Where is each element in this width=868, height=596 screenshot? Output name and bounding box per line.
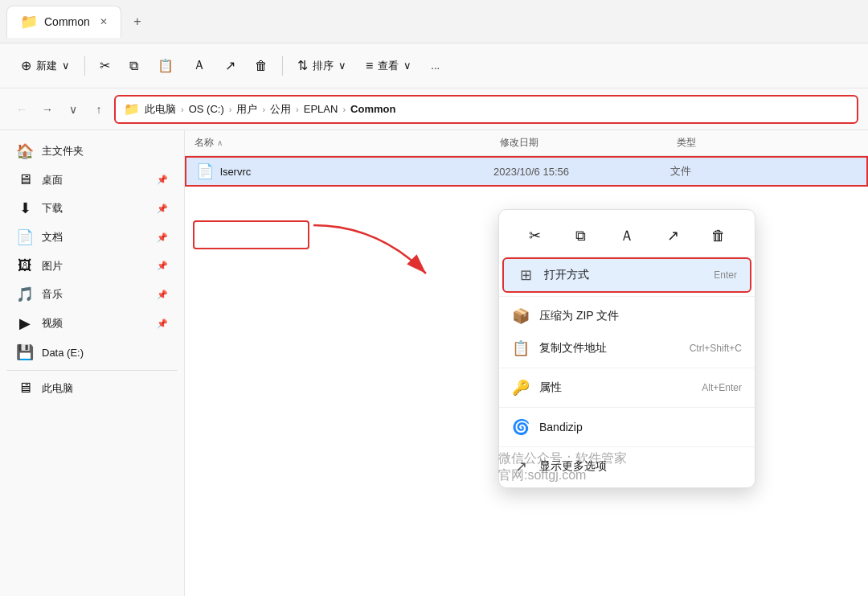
ctx-properties-shortcut: Alt+Enter [702, 382, 742, 393]
sidebar-item-downloads[interactable]: ⬇ 下载 📌 [3, 194, 181, 223]
view-button[interactable]: ≡ 查看 ∨ [358, 54, 420, 78]
sidebar-item-desktop[interactable]: 🖥 桌面 📌 [3, 166, 181, 194]
sidebar-item-thispc[interactable]: 🖥 此电脑 [3, 374, 181, 402]
back-button[interactable]: ← [10, 97, 34, 121]
ctx-delete-button[interactable]: 🗑 [704, 221, 733, 250]
sidebar-item-home[interactable]: 🏠 主文件夹 [3, 137, 181, 166]
cut-button[interactable]: ✂ [92, 53, 118, 78]
sidebar-item-data-label: Data (E:) [42, 347, 84, 359]
delete-icon: 🗑 [255, 59, 268, 73]
view-icon: ≡ [366, 59, 373, 73]
sidebar-item-music[interactable]: 🎵 音乐 📌 [3, 280, 181, 309]
col-modified-header[interactable]: 修改日期 [500, 136, 677, 150]
toolbar: ⊕ 新建 ∨ ✂ ⧉ 📋 Ａ ↗ 🗑 ⇅ 排序 ∨ ≡ 查看 ∨ ... [0, 43, 868, 88]
chevron-3: › [262, 105, 265, 114]
tab-area: 📁 Common ✕ + [6, 6, 150, 38]
chevron-1: › [181, 105, 184, 114]
col-type-label: 类型 [677, 137, 696, 148]
home-icon: 🏠 [16, 142, 34, 160]
ctx-separator-1 [499, 296, 755, 297]
address-segment-computer: 此电脑 [145, 102, 176, 117]
new-icon: ⊕ [21, 58, 31, 73]
sidebar-item-desktop-label: 桌面 [42, 173, 63, 187]
tab-common[interactable]: 📁 Common ✕ [6, 6, 121, 38]
tab-close-button[interactable]: ✕ [100, 16, 108, 27]
ctx-rename-button[interactable]: Ａ [612, 221, 641, 250]
dropdown-button[interactable]: ∨ [61, 97, 85, 121]
thispc-icon: 🖥 [16, 380, 34, 397]
paste-button[interactable]: 📋 [149, 53, 182, 78]
up-button[interactable]: ↑ [87, 97, 111, 121]
view-label: 查看 [378, 59, 399, 73]
address-segment-eplan: EPLAN [304, 103, 338, 115]
rename-icon: Ａ [193, 57, 206, 74]
sidebar-item-thispc-label: 此电脑 [42, 381, 73, 396]
context-menu-icons-row: ✂ ⧉ Ａ ↗ 🗑 [499, 215, 755, 257]
ctx-copy-path-shortcut: Ctrl+Shift+C [690, 343, 742, 354]
rename-button[interactable]: Ａ [185, 52, 214, 79]
ctx-properties-icon: 🔑 [512, 379, 530, 397]
pin-icon-downloads: 📌 [157, 203, 168, 214]
ctx-compress-item[interactable]: 📦 压缩为 ZIP 文件 [499, 300, 755, 332]
share-icon: ↗ [225, 58, 235, 73]
file-row-lservrc[interactable]: 📄 lservrc 2023/10/6 15:56 文件 [185, 156, 868, 187]
drive-icon: 💾 [16, 343, 34, 361]
address-bar[interactable]: 📁 此电脑 › OS (C:) › 用户 › 公用 › EPLAN › Comm… [114, 95, 858, 124]
address-segment-common: Common [350, 103, 395, 115]
ctx-bandizip-label: Bandizip [539, 421, 742, 434]
sidebar-item-documents[interactable]: 📄 文档 📌 [3, 223, 181, 252]
sort-chevron: ∨ [338, 60, 346, 72]
ctx-copy-path-label: 复制文件地址 [539, 341, 680, 356]
ctx-more-options-item[interactable]: ↗ 显示更多选项 [499, 450, 755, 483]
more-button[interactable]: ... [423, 55, 448, 76]
chevron-5: › [342, 105, 346, 114]
sort-button[interactable]: ⇅ 排序 ∨ [289, 53, 354, 78]
sidebar-item-data-drive[interactable]: 💾 Data (E:) [3, 338, 181, 367]
sort-arrow-icon: ∧ [217, 138, 223, 147]
file-header: 名称 ∧ 修改日期 类型 [185, 130, 868, 156]
pictures-icon: 🖼 [16, 257, 34, 274]
chevron-2: › [229, 105, 232, 114]
delete-button[interactable]: 🗑 [247, 54, 276, 78]
ctx-more-label: 显示更多选项 [539, 459, 742, 474]
sidebar-divider [6, 370, 178, 371]
pin-icon-documents: 📌 [157, 232, 168, 243]
col-type-header[interactable]: 类型 [677, 136, 858, 150]
sidebar-item-downloads-label: 下载 [42, 201, 63, 216]
ctx-properties-label: 属性 [539, 380, 692, 395]
ctx-properties-item[interactable]: 🔑 属性 Alt+Enter [499, 372, 755, 404]
sidebar-item-music-label: 音乐 [42, 287, 63, 302]
ctx-open-with-item[interactable]: ⊞ 打开方式 Enter [502, 257, 751, 293]
ctx-copy-path-icon: 📋 [512, 339, 530, 357]
address-folder-icon: 📁 [124, 101, 140, 117]
ctx-open-with-label: 打开方式 [544, 268, 704, 282]
ctx-copy-path-item[interactable]: 📋 复制文件地址 Ctrl+Shift+C [499, 332, 755, 364]
col-modified-label: 修改日期 [500, 137, 538, 148]
share-button[interactable]: ↗ [217, 53, 244, 78]
file-modified-lservrc: 2023/10/6 15:56 [493, 166, 670, 178]
music-icon: 🎵 [16, 286, 34, 303]
ctx-bandizip-icon: 🌀 [512, 418, 530, 436]
ctx-separator-3 [499, 407, 755, 408]
sidebar-item-pictures[interactable]: 🖼 图片 📌 [3, 252, 181, 280]
pin-icon-music: 📌 [157, 290, 168, 300]
ctx-share-button[interactable]: ↗ [658, 221, 687, 250]
file-name-lservrc: lservrc [220, 166, 493, 178]
sort-icon: ⇅ [297, 58, 308, 73]
paste-icon: 📋 [158, 58, 174, 73]
ctx-open-with-icon: ⊞ [517, 266, 534, 284]
documents-icon: 📄 [16, 228, 34, 246]
sidebar-item-videos[interactable]: ▶ 视频 📌 [3, 309, 181, 338]
pin-icon-pictures: 📌 [157, 261, 168, 271]
ctx-copy-button[interactable]: ⧉ [567, 221, 596, 250]
ctx-cut-button[interactable]: ✂ [521, 221, 550, 250]
nav-bar: ← → ∨ ↑ 📁 此电脑 › OS (C:) › 用户 › 公用 › EPLA… [0, 88, 868, 130]
forward-button[interactable]: → [35, 97, 59, 121]
new-tab-button[interactable]: + [125, 9, 150, 35]
ctx-bandizip-item[interactable]: 🌀 Bandizip [499, 411, 755, 443]
new-button[interactable]: ⊕ 新建 ∨ [13, 53, 78, 78]
address-segment-users: 用户 [236, 102, 257, 117]
ctx-compress-label: 压缩为 ZIP 文件 [539, 309, 742, 323]
col-name-header[interactable]: 名称 ∧ [194, 136, 500, 150]
copy-button[interactable]: ⧉ [121, 54, 146, 78]
